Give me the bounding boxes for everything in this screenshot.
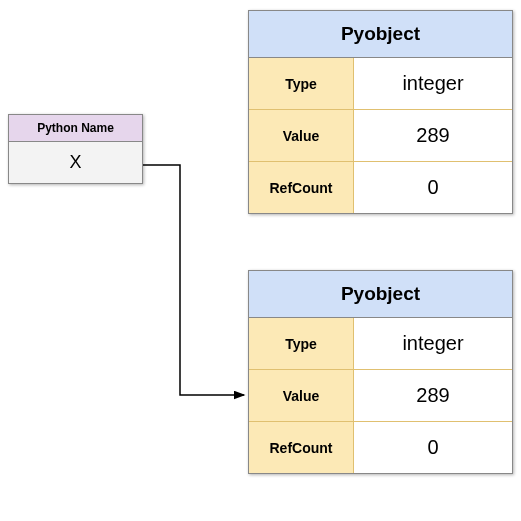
reference-arrow	[0, 0, 521, 521]
